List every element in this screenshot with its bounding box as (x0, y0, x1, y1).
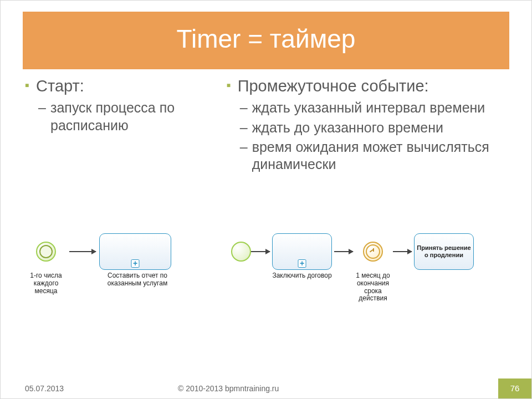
start-event-icon (231, 242, 251, 262)
diagram-start-timer: + 1-го числа каждого месяца Составить от… (23, 233, 211, 344)
footer-date: 05.07.2013 (1, 384, 178, 393)
right-column: Промежуточное событие: ждать указанный и… (224, 76, 509, 175)
footer: 05.07.2013 © 2010-2013 bpmntraining.ru 7… (1, 378, 531, 398)
sequence-flow-icon (251, 251, 270, 252)
slide: Timer = таймер Старт: запуск процесса по… (0, 0, 532, 399)
bullet-start-sub-1: запуск процесса по расписанию (23, 99, 208, 134)
task-decide-extend-label: Принять решение о продлении (415, 242, 473, 261)
task-sign-contract: + (272, 233, 332, 270)
bullet-intermediate-sub-3: время ожидания может вычисляться динамич… (224, 139, 509, 173)
bullet-start: Старт: (23, 76, 208, 96)
bullet-intermediate: Промежуточное событие: (224, 76, 509, 96)
left-column: Старт: запуск процесса по расписанию (23, 76, 208, 175)
intermediate-timer-event-icon (363, 242, 383, 262)
timer-start-event-icon (36, 242, 56, 262)
bullet-intermediate-sub-1: ждать указанный интервал времени (224, 99, 509, 116)
subprocess-marker-icon: + (131, 259, 140, 268)
intermediate-timer-label: 1 месяц до окончания срока действия (353, 272, 393, 303)
task-compose-report-label: Составить отчет по оказанным услугам (96, 272, 179, 295)
sequence-flow-icon (393, 251, 412, 252)
sequence-flow-icon (69, 251, 96, 252)
bullet-intermediate-sub-2: ждать до указанного времени (224, 119, 509, 136)
start-event-label: 1-го числа каждого месяца (23, 272, 69, 295)
footer-page-number: 76 (498, 378, 531, 398)
task-compose-report: + (99, 233, 171, 270)
task-decide-extend: Принять решение о продлении (414, 233, 474, 270)
diagram-intermediate-timer: + Принять решение о продлении Заключить … (231, 233, 509, 344)
footer-copyright: © 2010-2013 bpmntraining.ru (178, 384, 498, 393)
sequence-flow-icon (334, 251, 353, 252)
subprocess-marker-icon: + (298, 259, 306, 268)
task-sign-contract-label: Заключить договор (270, 272, 334, 303)
diagrams-area: + 1-го числа каждого месяца Составить от… (23, 233, 509, 344)
content-area: Старт: запуск процесса по расписанию Про… (1, 69, 531, 175)
slide-title: Timer = таймер (23, 12, 509, 69)
